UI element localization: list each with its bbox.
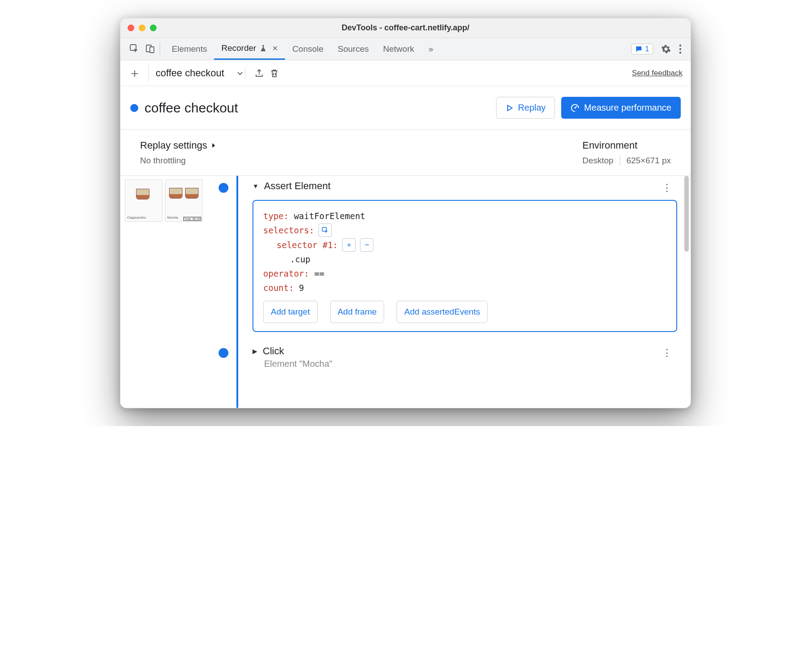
devtools-window: DevTools - coffee-cart.netlify.app/ Elem… bbox=[120, 18, 691, 408]
throttling-value: No throttling bbox=[140, 156, 217, 166]
replay-button[interactable]: Replay bbox=[496, 97, 555, 119]
close-window-button[interactable] bbox=[128, 25, 134, 31]
svg-point-6 bbox=[575, 107, 576, 108]
add-selector-button[interactable]: ＋ bbox=[342, 238, 356, 252]
window-title: DevTools - coffee-cart.netlify.app/ bbox=[120, 23, 691, 33]
measure-label: Measure performance bbox=[584, 103, 671, 113]
step-subtitle: Element "Mocha" bbox=[264, 359, 677, 369]
timeline-area: Cappuccino Mocha Total: $0.00 ▼ Assert E… bbox=[120, 176, 691, 408]
chevron-right-icon bbox=[211, 142, 217, 149]
prop-val-count[interactable]: 9 bbox=[299, 283, 304, 293]
step-details: type: waitForElement selectors: selector… bbox=[252, 200, 677, 332]
step-kebab-icon[interactable]: ⋮ bbox=[662, 347, 673, 359]
export-icon[interactable] bbox=[252, 66, 267, 81]
kebab-menu-icon[interactable] bbox=[679, 44, 682, 54]
tab-recorder[interactable]: Recorder ✕ bbox=[214, 38, 285, 60]
step-title: Assert Element bbox=[264, 180, 331, 192]
close-tab-icon[interactable]: ✕ bbox=[272, 44, 278, 53]
step-title: Click bbox=[263, 345, 284, 357]
env-device: Desktop bbox=[582, 156, 613, 166]
step-kebab-icon[interactable]: ⋮ bbox=[662, 182, 673, 194]
send-feedback-link[interactable]: Send feedback bbox=[632, 69, 683, 78]
chevron-down-icon bbox=[236, 69, 244, 77]
step-assert-element: ▼ Assert Element ⋮ type: waitForElement … bbox=[252, 180, 677, 332]
settings-row: Replay settings No throttling Environmen… bbox=[120, 130, 691, 176]
measure-performance-button[interactable]: Measure performance bbox=[561, 97, 681, 119]
tab-sources[interactable]: Sources bbox=[331, 38, 376, 60]
recording-select[interactable]: coffee checkout bbox=[156, 67, 237, 79]
svg-point-5 bbox=[679, 51, 681, 53]
recorder-toolbar: ＋ coffee checkout Send feedback bbox=[120, 60, 691, 86]
svg-point-3 bbox=[679, 44, 681, 46]
more-tabs-button[interactable]: » bbox=[421, 38, 440, 60]
svg-point-4 bbox=[679, 48, 681, 50]
add-target-button[interactable]: Add target bbox=[263, 301, 318, 323]
selector-value[interactable]: .cup bbox=[290, 252, 666, 266]
prop-key-operator: operator bbox=[263, 269, 304, 278]
messages-badge[interactable]: 1 bbox=[631, 44, 653, 54]
screenshot-thumbnails: Cappuccino Mocha Total: $0.00 bbox=[120, 176, 210, 408]
prop-val-type[interactable]: waitForElement bbox=[294, 211, 365, 221]
replay-settings-label: Replay settings bbox=[140, 140, 207, 151]
flask-icon bbox=[260, 45, 267, 52]
device-toolbar-icon[interactable] bbox=[145, 44, 155, 54]
flow-header: coffee checkout Replay Measure performan… bbox=[120, 86, 691, 130]
titlebar: DevTools - coffee-cart.netlify.app/ bbox=[120, 18, 691, 38]
add-asserted-events-button[interactable]: Add assertedEvents bbox=[397, 301, 488, 323]
replay-settings-toggle[interactable]: Replay settings bbox=[140, 140, 217, 151]
timeline-node bbox=[219, 183, 228, 193]
thumbnail-2[interactable]: Mocha Total: $0.00 bbox=[165, 179, 203, 222]
prop-val-operator[interactable]: == bbox=[314, 269, 324, 278]
timeline-node bbox=[219, 348, 228, 358]
delete-icon[interactable] bbox=[267, 66, 282, 81]
devtools-tabbar: Elements Recorder ✕ Console Sources Netw… bbox=[120, 38, 691, 60]
env-dimensions: 625×671 px bbox=[626, 156, 671, 166]
thumbnail-1[interactable]: Cappuccino bbox=[125, 179, 162, 222]
step-header[interactable]: ▶ Click bbox=[252, 345, 677, 357]
tab-elements[interactable]: Elements bbox=[165, 38, 214, 60]
prop-key-count: count bbox=[263, 283, 289, 293]
new-recording-button[interactable]: ＋ bbox=[128, 65, 149, 82]
prop-key-selectors: selectors bbox=[263, 225, 309, 235]
environment-heading: Environment bbox=[582, 140, 671, 151]
settings-icon[interactable] bbox=[661, 44, 671, 54]
scrollbar-thumb[interactable] bbox=[684, 176, 689, 252]
remove-selector-button[interactable]: − bbox=[360, 238, 373, 252]
prop-key-type: type bbox=[263, 211, 284, 221]
inspect-element-icon[interactable] bbox=[129, 44, 139, 54]
zoom-window-button[interactable] bbox=[150, 25, 157, 31]
minimize-window-button[interactable] bbox=[139, 25, 145, 31]
tab-network[interactable]: Network bbox=[376, 38, 422, 60]
status-indicator bbox=[130, 104, 138, 112]
env-divider bbox=[620, 156, 620, 166]
tab-console[interactable]: Console bbox=[285, 38, 331, 60]
tab-recorder-label: Recorder bbox=[221, 43, 256, 53]
selector-label: selector #1 bbox=[277, 240, 333, 250]
chevron-right-icon: ▶ bbox=[252, 348, 257, 355]
add-frame-button[interactable]: Add frame bbox=[330, 301, 385, 323]
flow-title: coffee checkout bbox=[145, 100, 496, 116]
messages-count: 1 bbox=[645, 45, 649, 53]
svg-rect-2 bbox=[150, 47, 154, 53]
step-header[interactable]: ▼ Assert Element bbox=[252, 180, 677, 192]
pick-selector-icon[interactable] bbox=[319, 224, 332, 237]
step-click: ▶ Click ⋮ Element "Mocha" bbox=[252, 345, 677, 369]
replay-label: Replay bbox=[518, 103, 546, 113]
chevron-down-icon: ▼ bbox=[252, 183, 259, 190]
window-controls bbox=[128, 25, 157, 31]
